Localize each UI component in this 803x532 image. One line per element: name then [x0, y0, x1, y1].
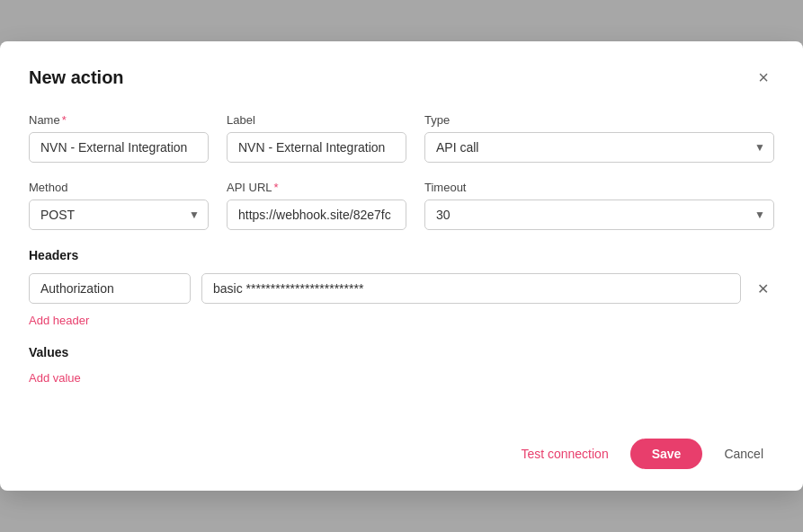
timeout-field-group: Timeout 10 20 30 60 120 ▼	[424, 181, 774, 230]
name-input[interactable]	[29, 132, 209, 163]
apiurl-required-marker: *	[274, 181, 279, 194]
save-button[interactable]: Save	[630, 439, 703, 469]
timeout-label: Timeout	[424, 181, 774, 194]
test-connection-button[interactable]: Test connection	[510, 439, 619, 468]
headers-section: Headers ✕ Add header	[29, 248, 774, 331]
cancel-button[interactable]: Cancel	[713, 439, 774, 468]
modal-title: New action	[29, 67, 124, 88]
type-select-wrapper: API call Webhook Custom ▼	[424, 132, 774, 163]
values-section: Values Add value	[29, 345, 774, 388]
header-row: ✕	[29, 273, 774, 304]
modal-dialog: New action × Name* Label Type API call	[0, 41, 803, 491]
modal-footer: Test connection Save Cancel	[29, 424, 774, 469]
header-key-input[interactable]	[29, 273, 191, 304]
label-field-group: Label	[227, 113, 406, 163]
add-header-button[interactable]: Add header	[29, 314, 89, 327]
timeout-select[interactable]: 10 20 30 60 120	[424, 200, 774, 230]
values-section-label: Values	[29, 345, 774, 359]
type-select[interactable]: API call Webhook Custom	[424, 132, 774, 163]
label-input[interactable]	[227, 132, 406, 163]
add-value-button[interactable]: Add value	[29, 371, 81, 385]
label-label: Label	[227, 113, 406, 127]
name-field-group: Name*	[29, 113, 209, 163]
apiurl-field-group: API URL*	[227, 181, 406, 230]
modal-header: New action ×	[29, 66, 774, 88]
form-row-1: Name* Label Type API call Webhook Custom…	[29, 113, 774, 163]
apiurl-label: API URL*	[227, 181, 406, 194]
type-field-group: Type API call Webhook Custom ▼	[424, 113, 774, 163]
method-select[interactable]: POST GET PUT DELETE PATCH	[29, 200, 209, 230]
remove-header-button[interactable]: ✕	[752, 277, 774, 301]
header-value-input[interactable]	[201, 273, 741, 304]
type-label: Type	[424, 113, 774, 127]
apiurl-input[interactable]	[227, 200, 406, 230]
method-select-wrapper: POST GET PUT DELETE PATCH ▼	[29, 200, 209, 230]
method-field-group: Method POST GET PUT DELETE PATCH ▼	[29, 181, 209, 230]
name-label: Name*	[29, 113, 209, 127]
headers-section-label: Headers	[29, 248, 774, 262]
timeout-select-wrapper: 10 20 30 60 120 ▼	[424, 200, 774, 230]
close-button[interactable]: ×	[753, 66, 774, 88]
method-label: Method	[29, 181, 209, 194]
form-row-2: Method POST GET PUT DELETE PATCH ▼ API U…	[29, 181, 774, 230]
modal-backdrop: New action × Name* Label Type API call	[0, 0, 803, 532]
name-required-marker: *	[62, 113, 67, 127]
